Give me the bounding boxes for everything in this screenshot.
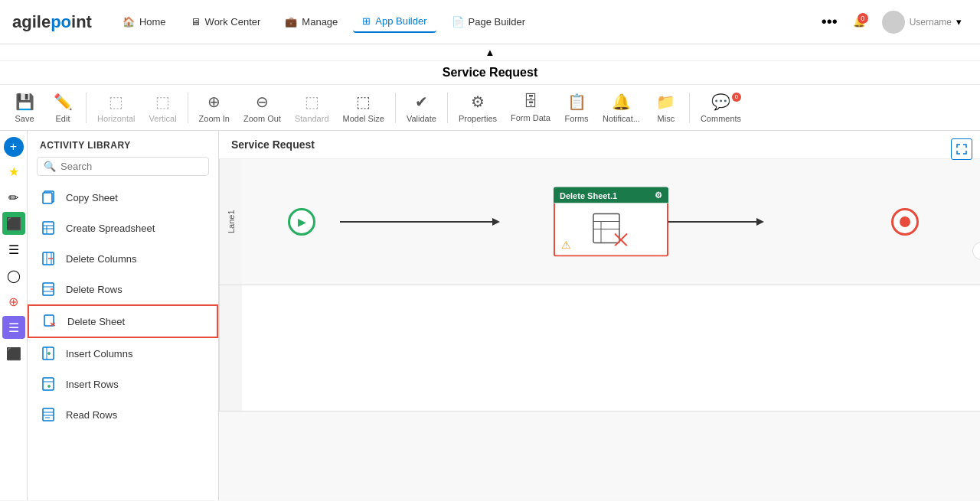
list-button[interactable]: ☰ xyxy=(2,316,25,339)
svg-rect-2 xyxy=(43,222,54,234)
activity-item-read-rows[interactable]: Read Rows xyxy=(28,399,218,430)
chevron-up-icon: ▲ xyxy=(485,47,495,58)
insert-columns-icon xyxy=(40,344,58,363)
node-title: Delete Sheet.1 xyxy=(560,190,617,200)
chevron-down-icon: ▾ xyxy=(956,16,962,28)
svg-rect-22 xyxy=(43,378,54,390)
hub-button[interactable]: ⊕ xyxy=(2,290,25,313)
validate-icon: ✔ xyxy=(415,93,428,111)
standard-button[interactable]: ⬚ Standard xyxy=(289,89,335,126)
node-warning-icon: ⚠ xyxy=(561,239,571,251)
lane-2 xyxy=(219,285,980,412)
pagebuilder-icon: 📄 xyxy=(452,16,464,28)
favorites-button[interactable]: ★ xyxy=(2,160,25,183)
divider xyxy=(86,93,87,123)
delete-sheet-node[interactable]: Delete Sheet.1 ⚙ xyxy=(554,187,668,257)
notification-button[interactable]: 🔔 Notificat... xyxy=(596,89,646,126)
nav-appbuilder[interactable]: ⊞ App Builder xyxy=(353,11,436,33)
edit-mode-button[interactable]: ✏ xyxy=(2,186,25,209)
forms-icon: 📋 xyxy=(567,93,586,111)
comments-icon: 💬 xyxy=(711,93,730,111)
vertical-icon: ⬚ xyxy=(155,93,170,111)
horizontal-button[interactable]: ⬚ Horizontal xyxy=(91,89,142,126)
divider4 xyxy=(447,93,448,123)
copy-sheet-icon xyxy=(40,188,58,207)
activity-list: Copy Sheet Create Spreadsheet xyxy=(28,182,218,500)
lane-container: Lane1 ▶ xyxy=(219,159,980,465)
misc-button[interactable]: 📁 Misc xyxy=(648,89,684,126)
read-rows-icon xyxy=(40,405,58,424)
top-nav: agilepoint 🏠 Home 🖥 Work Center 💼 Manage… xyxy=(0,0,980,44)
search-box[interactable]: 🔍 xyxy=(37,157,209,176)
horizontal-icon: ⬚ xyxy=(109,93,123,111)
node-gear-icon[interactable]: ⚙ xyxy=(655,190,662,200)
nav-workcenter[interactable]: 🖥 Work Center xyxy=(181,11,270,32)
svg-rect-34 xyxy=(593,214,619,243)
manage-icon: 💼 xyxy=(285,16,297,28)
zoomout-icon: ⊖ xyxy=(256,93,269,111)
nav-pagebuilder[interactable]: 📄 Page Builder xyxy=(443,11,534,32)
svg-rect-26 xyxy=(43,408,54,421)
lane-1-label: Lane1 xyxy=(219,159,242,285)
activity-library-title: ACTIVITY LIBRARY xyxy=(28,131,218,157)
nav-home[interactable]: 🏠 Home xyxy=(113,11,175,32)
node-header: Delete Sheet.1 ⚙ xyxy=(554,187,668,203)
delete-columns-icon xyxy=(40,249,58,268)
edit-button[interactable]: ✏️ Edit xyxy=(44,89,81,126)
fullscreen-button[interactable] xyxy=(951,138,972,160)
properties-button[interactable]: ⚙ Properties xyxy=(452,89,503,126)
zoomin-button[interactable]: ⊕ Zoom In xyxy=(193,89,236,126)
zoomin-icon: ⊕ xyxy=(207,93,220,111)
activity-item-delete-sheet[interactable]: Delete Sheet xyxy=(28,304,218,338)
document-button[interactable]: ☰ xyxy=(2,238,25,261)
purple-button[interactable]: ⬛ xyxy=(2,342,25,365)
forms-button[interactable]: 📋 Forms xyxy=(558,89,595,126)
activity-item-insert-columns[interactable]: Insert Columns xyxy=(28,338,218,369)
misc-icon: 📁 xyxy=(656,93,675,111)
divider5 xyxy=(689,93,690,123)
create-spreadsheet-icon xyxy=(40,219,58,237)
node-body: ⚠ xyxy=(554,203,668,257)
home-icon: 🏠 xyxy=(122,16,135,28)
user-menu[interactable]: Username ▾ xyxy=(876,8,968,37)
search-input[interactable] xyxy=(60,161,202,172)
activity-item-create-spreadsheet[interactable]: Create Spreadsheet xyxy=(28,213,218,243)
activity-library-panel: ACTIVITY LIBRARY 🔍 Copy Sheet xyxy=(28,131,219,500)
icon-strip: + ★ ✏ ⬛ ☰ ◯ ⊕ ☰ ⬛ xyxy=(0,131,28,500)
activity-item-delete-rows[interactable]: Delete Rows xyxy=(28,274,218,304)
stop-icon xyxy=(900,216,910,227)
formdata-icon: 🗄 xyxy=(523,93,538,110)
activity-item-copy-sheet[interactable]: Copy Sheet xyxy=(28,182,218,213)
spreadsheet-button[interactable]: ⬛ xyxy=(2,212,25,235)
notifications-bell[interactable]: 🔔 0 xyxy=(848,11,870,32)
modelsize-icon: ⬚ xyxy=(356,93,371,111)
more-button[interactable]: ••• xyxy=(817,8,842,35)
canvas-area: Service Request Lane1 xyxy=(219,131,980,500)
notification-icon: 🔔 xyxy=(612,93,631,111)
svg-marker-33 xyxy=(756,218,764,226)
delete-rows-icon xyxy=(40,280,58,298)
formdata-button[interactable]: 🗄 Form Data xyxy=(505,89,557,125)
save-button[interactable]: 💾 Save xyxy=(6,89,43,126)
svg-marker-31 xyxy=(492,218,500,226)
canvas-content: Lane1 ▶ xyxy=(219,159,980,496)
lane-1-body: ▶ Delete Sheet.1 ⚙ xyxy=(242,159,980,285)
comments-button[interactable]: 💬 0 Comments xyxy=(694,89,747,126)
flow-start-node[interactable]: ▶ xyxy=(288,208,315,236)
flow-end-node[interactable] xyxy=(891,208,919,236)
add-button[interactable]: + xyxy=(4,137,24,157)
zoomout-button[interactable]: ⊖ Zoom Out xyxy=(237,89,287,126)
activity-item-insert-rows[interactable]: Insert Rows xyxy=(28,369,218,399)
edit-icon: ✏️ xyxy=(54,93,73,111)
modelsize-button[interactable]: ⬚ Model Size xyxy=(337,89,390,126)
nav-manage[interactable]: 💼 Manage xyxy=(276,11,347,32)
lane-2-body xyxy=(242,285,980,412)
vertical-button[interactable]: ⬚ Vertical xyxy=(143,89,183,126)
divider2 xyxy=(188,93,188,123)
activity-item-delete-columns[interactable]: Delete Columns xyxy=(28,243,218,274)
lane-2-label xyxy=(219,285,242,411)
circle-button[interactable]: ◯ xyxy=(2,264,25,287)
username: Username xyxy=(910,17,952,28)
validate-button[interactable]: ✔ Validate xyxy=(400,89,443,126)
collapse-bar[interactable]: ▲ xyxy=(0,44,980,61)
